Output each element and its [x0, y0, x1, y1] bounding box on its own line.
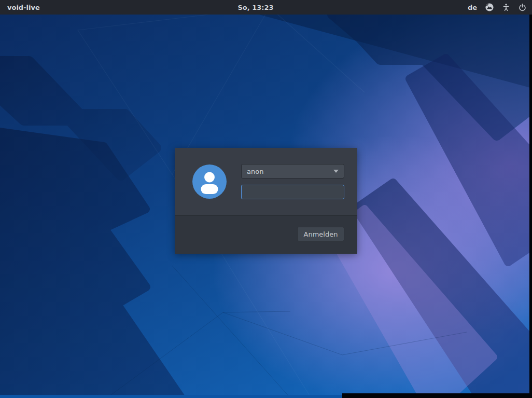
- chevron-down-icon: [333, 170, 339, 173]
- username-dropdown[interactable]: anon: [241, 164, 344, 179]
- keyboard-layout-indicator[interactable]: de: [468, 4, 477, 11]
- accessibility-icon[interactable]: [502, 3, 510, 11]
- login-button[interactable]: Anmelden: [297, 227, 344, 241]
- login-fields: anon: [241, 164, 344, 199]
- top-panel: void-live So, 13:23 de: [0, 0, 532, 15]
- password-input[interactable]: [241, 185, 344, 199]
- hostname-label: void-live: [5, 4, 40, 11]
- distro-badge-icon[interactable]: [485, 3, 494, 12]
- clock-label: So, 13:23: [237, 4, 273, 11]
- panel-indicators: de: [468, 3, 527, 12]
- power-icon[interactable]: [518, 3, 527, 12]
- login-dialog: anon Anmelden: [175, 148, 357, 254]
- username-value: anon: [247, 168, 263, 175]
- user-avatar-icon: [192, 164, 227, 199]
- user-avatar: [192, 164, 227, 199]
- login-dialog-footer: Anmelden: [175, 215, 357, 254]
- login-dialog-body: anon: [175, 148, 357, 215]
